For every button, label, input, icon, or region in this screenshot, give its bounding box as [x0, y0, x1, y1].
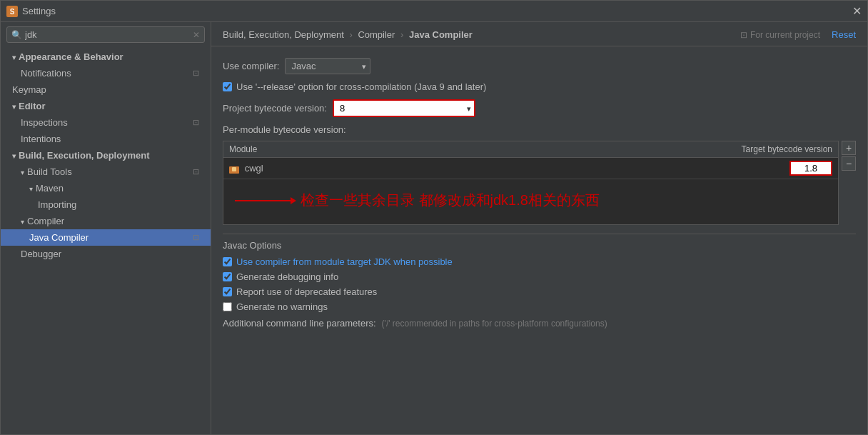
bytecode-version-row: Project bytecode version: 8	[223, 99, 856, 117]
use-compiler-label: Use compiler:	[223, 61, 279, 71]
release-option-checkbox[interactable]	[223, 82, 232, 91]
sidebar-item-build-tools[interactable]: ▾Build Tools ⊡	[1, 164, 211, 180]
option-checkbox-3[interactable]	[223, 302, 232, 311]
sidebar-item-maven[interactable]: ▾Maven	[1, 180, 211, 196]
search-box: 🔍 ✕	[6, 26, 205, 43]
search-input[interactable]	[25, 29, 193, 40]
for-current-project: ⊡ For current project	[740, 30, 820, 40]
col-target: Target bytecode version	[413, 141, 838, 158]
search-clear-icon[interactable]: ✕	[193, 30, 200, 40]
option-row-3: Generate no warnings	[223, 301, 856, 312]
module-table-wrapper: Module Target bytecode version	[223, 141, 839, 225]
breadcrumb: Build, Execution, Deployment › Compiler …	[223, 29, 473, 40]
copy-icon: ⊡	[193, 118, 199, 127]
sidebar-item-importing[interactable]: Importing	[1, 196, 211, 213]
version-box: 1.8	[789, 161, 832, 176]
add-module-button[interactable]: +	[842, 141, 856, 155]
sidebar-item-inspections[interactable]: Inspections ⊡	[1, 114, 211, 131]
cmdline-label: Additional command line parameters:	[223, 318, 376, 329]
option-label-0: Use compiler from module target JDK when…	[236, 256, 453, 267]
chevron-down-icon: ▾	[21, 169, 24, 176]
arrow-line	[235, 200, 292, 201]
main-body: Use compiler: Javac Use '--release' opti…	[211, 46, 867, 434]
nav-section: ▾Appearance & Behavior Notifications ⊡ K…	[1, 47, 211, 264]
header-actions: ⊡ For current project Reset	[740, 29, 856, 40]
per-module-label: Per-module bytecode version:	[223, 124, 856, 135]
version-select[interactable]: 8	[333, 99, 475, 117]
breadcrumb-separator: ›	[400, 29, 406, 40]
module-name: cwgl	[223, 158, 413, 179]
chevron-down-icon: ▾	[29, 185, 33, 193]
sidebar-item-intentions[interactable]: Intentions	[1, 131, 211, 147]
option-label-3: Generate no warnings	[236, 301, 328, 312]
module-table: Module Target bytecode version	[223, 141, 838, 179]
option-checkbox-2[interactable]	[223, 287, 232, 296]
sidebar-item-appearance-behavior[interactable]: ▾Appearance & Behavior	[1, 49, 211, 65]
option-row-0: Use compiler from module target JDK when…	[223, 256, 856, 267]
option-checkbox-0[interactable]	[223, 257, 232, 266]
sidebar-item-debugger[interactable]: Debugger	[1, 246, 211, 262]
settings-window: S Settings ✕ 🔍 ✕ ▾Appearance & Behavior …	[0, 0, 868, 435]
window-title: Settings	[22, 6, 852, 16]
sidebar-item-compiler[interactable]: ▾Compiler	[1, 213, 211, 229]
compiler-select[interactable]: Javac	[285, 58, 370, 74]
sidebar-item-editor[interactable]: ▾Editor	[1, 98, 211, 114]
copy-icon: ⊡	[193, 233, 199, 242]
arrow-container: 检查一些其余目录 都修改成和jdk1.8相关的东西	[235, 191, 600, 210]
cmdline-hint: ('/' recommended in paths for cross-plat…	[382, 319, 607, 329]
chevron-down-icon: ▾	[21, 218, 24, 226]
app-icon: S	[6, 6, 18, 17]
compiler-select-wrapper: Javac	[285, 58, 370, 74]
sidebar-item-build-exec-deploy[interactable]: ▾Build, Execution, Deployment	[1, 147, 211, 164]
bytecode-version-label: Project bytecode version:	[223, 103, 327, 114]
sidebar-item-java-compiler[interactable]: Java Compiler ⊡	[1, 229, 211, 246]
chevron-down-icon: ▾	[12, 54, 16, 61]
col-module: Module	[223, 141, 413, 158]
release-option-label: Use '--release' option for cross-compila…	[236, 81, 486, 92]
close-button[interactable]: ✕	[852, 4, 862, 18]
copy-icon: ⊡	[193, 167, 199, 176]
section-divider	[223, 234, 856, 234]
sidebar-item-keymap[interactable]: Keymap	[1, 81, 211, 98]
table-row: cwgl 1.8	[223, 158, 838, 179]
version-select-wrapper: 8	[333, 99, 475, 117]
chevron-down-icon: ▾	[12, 152, 16, 160]
main-panel: Build, Execution, Deployment › Compiler …	[211, 22, 867, 434]
module-icon	[229, 165, 239, 174]
project-icon: ⊡	[740, 30, 747, 40]
remove-module-button[interactable]: −	[842, 156, 856, 171]
breadcrumb-separator: ›	[349, 29, 355, 40]
release-option-row: Use '--release' option for cross-compila…	[223, 81, 856, 92]
copy-icon: ⊡	[193, 69, 199, 78]
module-table-outer: Module Target bytecode version	[223, 141, 856, 225]
annotation-text: 检查一些其余目录 都修改成和jdk1.8相关的东西	[301, 191, 600, 210]
annotation-arrow: 检查一些其余目录 都修改成和jdk1.8相关的东西	[223, 185, 838, 216]
main-header: Build, Execution, Deployment › Compiler …	[211, 22, 867, 46]
sidebar-item-notifications[interactable]: Notifications ⊡	[1, 65, 211, 81]
search-icon: 🔍	[11, 30, 22, 40]
option-label-2: Report use of deprecated features	[236, 286, 377, 297]
option-checkbox-1[interactable]	[223, 272, 232, 281]
option-row-1: Generate debugging info	[223, 271, 856, 282]
table-side-buttons: + −	[842, 141, 856, 225]
chevron-down-icon: ▾	[12, 103, 16, 111]
titlebar: S Settings ✕	[1, 1, 867, 22]
svg-rect-3	[232, 167, 236, 171]
arrowhead	[291, 197, 296, 204]
module-version: 1.8	[413, 158, 838, 179]
option-label-1: Generate debugging info	[236, 271, 338, 282]
compiler-row: Use compiler: Javac	[223, 58, 856, 74]
svg-text:S: S	[10, 8, 15, 16]
reset-button[interactable]: Reset	[832, 29, 856, 40]
sidebar: 🔍 ✕ ▾Appearance & Behavior Notifications…	[1, 22, 211, 434]
javac-options-title: Javac Options	[223, 240, 856, 251]
option-row-2: Report use of deprecated features	[223, 286, 856, 297]
cmdline-row: Additional command line parameters: ('/'…	[223, 318, 856, 329]
